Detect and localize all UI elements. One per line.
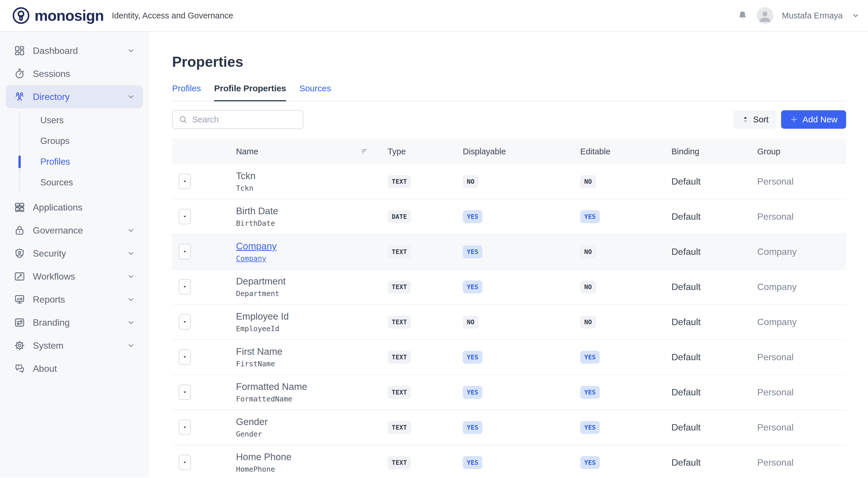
chevron-down-icon [127, 295, 135, 304]
branding-icon [14, 317, 25, 328]
sidebar-item-groups[interactable]: Groups [0, 131, 149, 151]
sidebar-item-security[interactable]: Security [6, 242, 143, 265]
search-icon [179, 115, 188, 124]
chevron-down-icon [127, 341, 135, 350]
row-displayable-cell: NO [463, 175, 580, 188]
sidebar-item-label: Sessions [33, 68, 70, 79]
type-badge: TEXT [388, 351, 411, 364]
row-name-cell: Tckn Tckn [236, 171, 388, 192]
row-binding-value: Default [672, 281, 757, 292]
row-group-value: Personal [757, 176, 846, 187]
sidebar-item-about[interactable]: About [6, 357, 143, 380]
row-menu-button[interactable] [179, 384, 191, 400]
displayable-badge: YES [463, 351, 482, 364]
row-name-cell: Formatted Name FormattedName [236, 381, 388, 403]
security-icon [14, 248, 25, 259]
row-menu-button[interactable] [179, 174, 191, 189]
chevron-down-icon [127, 92, 135, 101]
add-new-button[interactable]: Add New [781, 110, 846, 129]
row-menu-button[interactable] [179, 314, 191, 330]
row-menu-button[interactable] [179, 349, 191, 365]
tab-sources[interactable]: Sources [299, 84, 331, 101]
row-group-value: Company [757, 246, 846, 257]
row-binding-value: Default [672, 457, 757, 468]
row-editable-cell: NO [580, 245, 672, 258]
col-name: Name [236, 147, 388, 156]
row-menu-button[interactable] [179, 209, 191, 224]
row-displayable-cell: YES [463, 386, 580, 399]
sidebar-item-dashboard[interactable]: Dashboard [6, 39, 143, 62]
row-editable-cell: YES [580, 351, 672, 364]
row-editable-cell: YES [580, 210, 672, 223]
table-row: Employee Id EmployeeId TEXT NO NO Defaul… [172, 305, 846, 340]
tab-profile-properties[interactable]: Profile Properties [214, 84, 286, 101]
avatar[interactable] [756, 7, 773, 24]
caret-down-icon [182, 249, 187, 254]
table-row: Home Phone HomePhone TEXT YES YES Defaul… [172, 445, 846, 478]
type-badge: TEXT [388, 175, 411, 188]
topbar-right: Mustafa Ermaya [737, 7, 860, 24]
displayable-badge: YES [463, 421, 482, 434]
row-menu-button[interactable] [179, 455, 191, 470]
sidebar-item-users[interactable]: Users [0, 110, 149, 131]
col-binding: Binding [672, 147, 757, 156]
row-menu-button[interactable] [179, 244, 191, 260]
sidebar-item-label: Governance [33, 225, 83, 236]
bell-icon[interactable] [737, 10, 748, 21]
sidebar-item-branding[interactable]: Branding [6, 311, 143, 334]
user-menu-chevron-down-icon[interactable] [851, 11, 860, 20]
row-binding-value: Default [672, 246, 757, 257]
caret-down-icon [182, 179, 187, 184]
type-badge: TEXT [388, 245, 411, 258]
sidebar-item-label: Dashboard [33, 46, 78, 56]
row-menu-button[interactable] [179, 279, 191, 295]
sort-button[interactable]: Sort [733, 110, 776, 129]
sidebar-subitem-label: Users [40, 115, 64, 125]
row-group-value: Personal [757, 387, 846, 398]
editable-badge: YES [580, 456, 600, 469]
search-input[interactable] [192, 115, 297, 124]
sidebar-item-label: Directory [33, 92, 70, 102]
row-type-cell: TEXT [388, 316, 463, 329]
sidebar-item-reports[interactable]: Reports [6, 288, 143, 311]
sidebar-item-workflows[interactable]: Workflows [6, 265, 143, 288]
sidebar-item-sources[interactable]: Sources [0, 172, 149, 193]
row-actions-cell [172, 314, 236, 330]
editable-badge: YES [580, 351, 600, 364]
table-row: Birth Date BirthDate DATE YES YES Defaul… [172, 199, 846, 234]
row-type-cell: TEXT [388, 280, 463, 293]
sidebar-item-applications[interactable]: Applications [6, 196, 143, 219]
row-name-cell: First Name FirstName [236, 346, 388, 368]
row-binding-value: Default [672, 387, 757, 398]
row-actions-cell [172, 209, 236, 224]
col-displayable: Displayable [463, 147, 580, 156]
row-editable-cell: NO [580, 316, 672, 329]
sidebar-subitem-label: Groups [40, 136, 70, 146]
sidebar-item-system[interactable]: System [6, 334, 143, 357]
editable-badge: YES [580, 210, 600, 223]
sidebar-item-directory[interactable]: Directory [6, 85, 143, 108]
row-name-cell: Home Phone HomePhone [236, 451, 388, 473]
displayable-badge: YES [463, 386, 482, 399]
row-binding-value: Default [672, 176, 757, 187]
user-name[interactable]: Mustafa Ermaya [782, 11, 843, 21]
row-name-cell: Birth Date BirthDate [236, 206, 388, 228]
sidebar-item-governance[interactable]: Governance [6, 219, 143, 242]
row-menu-button[interactable] [179, 420, 191, 435]
sidebar-item-profiles[interactable]: Profiles [0, 151, 149, 172]
row-displayable-cell: YES [463, 456, 580, 469]
table-row: Department Department TEXT YES NO Defaul… [172, 270, 846, 305]
chevron-down-icon [127, 272, 135, 281]
editable-badge: NO [580, 280, 596, 293]
chevron-down-icon [127, 249, 135, 258]
row-actions-cell [172, 455, 236, 470]
tab-profiles[interactable]: Profiles [172, 84, 201, 101]
table-row: Formatted Name FormattedName TEXT YES YE… [172, 375, 846, 410]
type-badge: TEXT [388, 456, 411, 469]
row-group-value: Personal [757, 352, 846, 362]
dashboard-icon [14, 45, 25, 56]
row-group-value: Personal [757, 422, 846, 433]
sort-bars-icon[interactable] [361, 147, 369, 156]
sidebar-item-sessions[interactable]: Sessions [6, 62, 143, 85]
table-row: Gender Gender TEXT YES YES Default Perso… [172, 410, 846, 445]
